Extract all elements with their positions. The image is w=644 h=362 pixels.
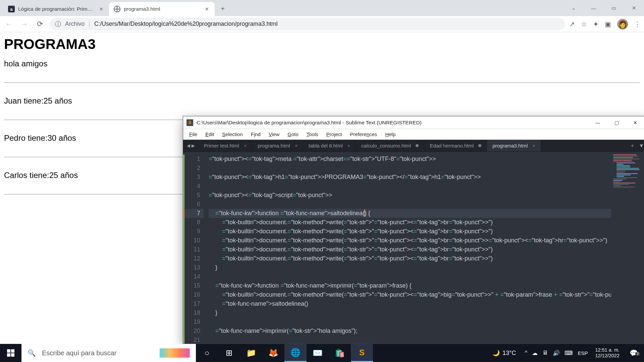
tab-label: tabla del 8.html <box>309 143 343 148</box>
line-gutter[interactable]: 123456789101112131415161718192021 <box>183 152 204 344</box>
search-highlight-icon <box>160 348 190 358</box>
menu-tools[interactable]: Tools <box>303 131 322 138</box>
tab-label: Edad hermano.html <box>430 143 474 148</box>
search-icon: 🔍 <box>28 349 36 357</box>
volume-icon[interactable]: 🔊 <box>553 350 560 357</box>
close-icon[interactable]: × <box>532 143 535 148</box>
close-icon[interactable]: × <box>295 143 298 148</box>
onedrive-icon[interactable]: ☁ <box>532 350 538 357</box>
sublime-title: C:\Users\Mar\Desktop\logica de programac… <box>197 120 585 126</box>
cortana-icon[interactable]: ○ <box>196 344 218 362</box>
minimap[interactable] <box>611 152 644 344</box>
page-text: hola amigos <box>4 59 47 68</box>
keyboard-icon[interactable]: ⌨ <box>565 350 573 357</box>
new-tab-button[interactable]: + <box>631 143 634 149</box>
tab-title: Lógica de programación: Primero <box>18 6 95 12</box>
system-tray: 🌙13°C ^ ☁ 🖥 🔊 ⌨ ESP 12:51 a. m. 12/12/20… <box>488 344 644 362</box>
task-view-icon[interactable]: ⊞ <box>218 344 240 362</box>
file-explorer-icon[interactable]: 📁 <box>240 344 262 362</box>
url-path: C:/Users/Mar/Desktop/logica%20de%20progr… <box>94 20 278 27</box>
close-button[interactable]: ✕ <box>626 116 644 129</box>
maximize-button[interactable]: ▢ <box>607 116 626 129</box>
tab-label: programa.html <box>258 143 290 148</box>
menu-goto[interactable]: Goto <box>284 131 302 138</box>
page-text: Juan tiene:25 años <box>4 96 72 105</box>
tab-label: calculo_consumo.html <box>361 143 411 148</box>
close-icon[interactable]: ✕ <box>98 6 104 12</box>
sublime-tabs: ◀ ▶ Primer test.html× programa.html× tab… <box>183 140 644 152</box>
code-area[interactable]: ="tok-punct"><="tok-tag">meta ="tok-attr… <box>204 152 611 344</box>
language-indicator[interactable]: ESP <box>578 350 588 356</box>
minimize-button[interactable]: — <box>588 116 607 129</box>
close-button[interactable]: ✕ <box>624 1 644 15</box>
menu-project[interactable]: Project <box>323 131 345 138</box>
sublime-icon[interactable]: S <box>351 344 373 362</box>
tray-chevron-icon[interactable]: ^ <box>525 350 527 356</box>
page-heading: PROGRAMA3 <box>4 36 640 52</box>
chrome-menu-icon[interactable]: ⋮ <box>634 20 641 28</box>
menu-file[interactable]: File <box>186 131 201 138</box>
weather-temp: 13°C <box>502 350 516 357</box>
extensions-icon[interactable]: ✦ <box>593 20 599 28</box>
sublime-titlebar[interactable]: S C:\Users\Mar\Desktop\logica de program… <box>183 116 644 129</box>
close-icon[interactable]: × <box>347 143 350 148</box>
editor-tab[interactable]: Primer test.html× <box>199 140 252 152</box>
address-bar[interactable]: ⓘ Archivo | C:/Users/Mar/Desktop/logica%… <box>50 18 565 31</box>
menu-edit[interactable]: Edit <box>202 131 217 138</box>
menu-help[interactable]: Help <box>382 131 399 138</box>
new-tab-button[interactable]: + <box>217 3 229 15</box>
tab-label: Primer test.html <box>204 143 239 148</box>
search-placeholder: Escribe aquí para buscar <box>42 349 116 357</box>
reload-button[interactable]: ⟳ <box>34 18 46 30</box>
browser-tab[interactable]: programa3.html ✕ <box>109 2 215 16</box>
notifications-icon[interactable]: 💬2 <box>627 349 641 357</box>
tab-search-button[interactable]: ⌄ <box>564 1 584 15</box>
menu-preferences[interactable]: Preferences <box>346 131 380 138</box>
toolbar-actions: ↗ ☆ ✦ ▣ 👩 ⋮ <box>569 19 641 29</box>
sidepanel-icon[interactable]: ▣ <box>605 20 611 28</box>
minimize-button[interactable]: — <box>584 1 604 15</box>
bookmark-icon[interactable]: ☆ <box>581 20 587 28</box>
site-info-icon[interactable]: ⓘ <box>55 20 61 28</box>
tab-label: programa3.html <box>492 143 528 148</box>
maximize-button[interactable]: ▭ <box>604 1 624 15</box>
close-icon[interactable]: ✕ <box>204 6 210 12</box>
browser-tab[interactable]: a Lógica de programación: Primero ✕ <box>3 2 109 16</box>
back-button[interactable]: ← <box>3 18 15 30</box>
editor-tab[interactable]: Edad hermano.html <box>424 140 487 152</box>
editor-tab[interactable]: programa.html× <box>252 140 303 152</box>
clock[interactable]: 12:51 a. m. 12/12/2022 <box>592 347 622 359</box>
taskbar-apps: ○ ⊞ 📁 🦊 🌐 ✉️ 🛍️ S <box>196 344 373 362</box>
forward-button[interactable]: → <box>19 18 30 30</box>
close-icon[interactable]: × <box>244 143 247 148</box>
menu-selection[interactable]: Selection <box>219 131 246 138</box>
chrome-icon[interactable]: 🌐 <box>284 344 307 362</box>
share-icon[interactable]: ↗ <box>569 20 575 28</box>
store-icon[interactable]: 🛍️ <box>329 344 351 362</box>
menu-view[interactable]: View <box>265 131 283 138</box>
url-scheme-label: Archivo <box>65 20 85 27</box>
editor-tab[interactable]: calculo_consumo.html <box>356 140 424 152</box>
weather-widget[interactable]: 🌙13°C <box>488 349 520 357</box>
tab-nav-arrows[interactable]: ◀ ▶ <box>183 140 199 152</box>
mail-icon[interactable]: ✉️ <box>307 344 329 362</box>
notification-badge: 2 <box>635 352 640 356</box>
date: 12/12/2022 <box>595 353 620 359</box>
menu-find[interactable]: Find <box>248 131 264 138</box>
editor-tab[interactable]: tabla del 8.html× <box>303 140 356 152</box>
page-text: Pedro tiene:30 años <box>4 133 76 142</box>
editor-tab[interactable]: programa3.html× <box>487 140 541 152</box>
window-controls: ⌄ — ▭ ✕ <box>564 0 644 16</box>
sublime-window[interactable]: S C:\Users\Mar\Desktop\logica de program… <box>183 116 644 344</box>
profile-avatar[interactable]: 👩 <box>617 19 628 29</box>
alura-icon: a <box>8 6 15 12</box>
firefox-icon[interactable]: 🦊 <box>262 344 284 362</box>
taskbar-search[interactable]: 🔍 Escribe aquí para buscar <box>21 344 196 362</box>
sublime-menubar[interactable]: File Edit Selection Find View Goto Tools… <box>183 129 644 140</box>
start-button[interactable] <box>0 344 21 362</box>
sublime-window-controls: — ▢ ✕ <box>588 116 644 129</box>
globe-icon <box>114 6 120 12</box>
tab-dropdown-icon[interactable]: ▼ <box>639 143 644 149</box>
display-icon[interactable]: 🖥 <box>542 350 548 356</box>
dirty-icon <box>478 144 481 147</box>
